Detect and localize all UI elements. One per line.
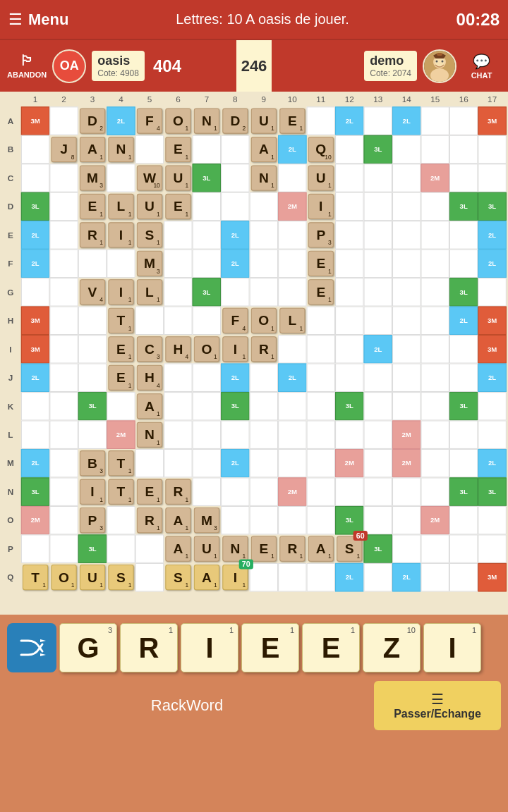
board-cell[interactable] — [449, 563, 478, 591]
board-cell[interactable]: B3 — [78, 449, 107, 477]
board-cell[interactable] — [335, 278, 363, 306]
board-cell[interactable] — [364, 563, 392, 591]
rack-tile[interactable]: 1I — [181, 623, 238, 672]
board-cell[interactable] — [250, 221, 278, 249]
board-cell[interactable]: U1 — [164, 164, 192, 192]
board-cell[interactable] — [335, 335, 363, 363]
rack-tile[interactable]: 1R — [120, 623, 178, 672]
board-cell[interactable] — [335, 250, 363, 278]
board-cell[interactable] — [49, 335, 78, 363]
board-cell[interactable] — [364, 364, 392, 392]
board-cell[interactable] — [449, 164, 478, 192]
board-cell[interactable] — [164, 221, 192, 249]
board-cell[interactable]: O1 — [164, 106, 192, 135]
board-cell[interactable] — [364, 192, 392, 221]
board-cell[interactable]: E1 — [78, 192, 107, 221]
board-cell[interactable] — [49, 364, 78, 392]
board-cell[interactable] — [392, 364, 421, 392]
board-cell[interactable] — [221, 506, 249, 534]
board-cell[interactable] — [49, 392, 78, 420]
board-cell[interactable]: E1 — [107, 364, 135, 392]
board-cell[interactable]: P3 — [78, 506, 107, 534]
board-cell[interactable] — [335, 192, 363, 221]
board-cell[interactable]: T1 — [21, 563, 49, 591]
board-cell[interactable] — [49, 164, 78, 192]
board-cell[interactable] — [307, 477, 335, 505]
board-cell[interactable] — [478, 164, 506, 192]
board-cell[interactable] — [364, 106, 392, 135]
board-cell[interactable]: D2 — [221, 106, 249, 135]
board-cell[interactable] — [49, 307, 78, 335]
board-cell[interactable] — [307, 392, 335, 420]
board-cell[interactable] — [78, 421, 107, 449]
board-cell[interactable] — [193, 307, 221, 335]
board-cell[interactable]: U1 — [307, 164, 335, 192]
board-cell[interactable] — [21, 278, 49, 306]
board-cell[interactable] — [392, 307, 421, 335]
board-cell[interactable] — [478, 421, 506, 449]
board-cell[interactable] — [421, 278, 449, 306]
rack-tile[interactable]: 1E — [241, 623, 299, 672]
board-cell[interactable] — [278, 335, 306, 363]
board-cell[interactable] — [250, 364, 278, 392]
board-cell[interactable] — [364, 250, 392, 278]
board-cell[interactable] — [250, 392, 278, 420]
board-cell[interactable]: T1 — [107, 449, 135, 477]
board-cell[interactable] — [392, 250, 421, 278]
board-cell[interactable] — [364, 221, 392, 249]
board-cell[interactable] — [392, 135, 421, 164]
board-cell[interactable] — [135, 449, 164, 477]
board-cell[interactable] — [278, 250, 306, 278]
board-cell[interactable] — [307, 364, 335, 392]
board-cell[interactable] — [392, 278, 421, 306]
board-cell[interactable] — [221, 477, 249, 505]
board-cell[interactable]: Q10 — [307, 135, 335, 164]
board-cell[interactable] — [78, 335, 107, 363]
board-cell[interactable] — [278, 221, 306, 249]
board-cell[interactable] — [335, 477, 363, 505]
board-cell[interactable] — [392, 506, 421, 534]
board-cell[interactable] — [193, 221, 221, 249]
board-cell[interactable] — [478, 392, 506, 420]
board-cell[interactable] — [193, 392, 221, 420]
board-cell[interactable]: N1 — [250, 164, 278, 192]
board-cell[interactable] — [193, 135, 221, 164]
board-cell[interactable] — [250, 278, 278, 306]
board-cell[interactable] — [278, 278, 306, 306]
board-cell[interactable]: R1 — [135, 506, 164, 534]
board-cell[interactable]: H4 — [164, 335, 192, 363]
board-cell[interactable]: J8 — [49, 135, 78, 164]
board-cell[interactable] — [307, 563, 335, 591]
board-cell[interactable]: E1 — [107, 335, 135, 363]
board-cell[interactable] — [193, 449, 221, 477]
board-cell[interactable] — [164, 421, 192, 449]
board-cell[interactable] — [278, 506, 306, 534]
board-cell[interactable] — [221, 164, 249, 192]
board-cell[interactable] — [49, 192, 78, 221]
board-cell[interactable]: E1 — [164, 135, 192, 164]
board-cell[interactable] — [421, 534, 449, 562]
board-cell[interactable]: E1 — [164, 192, 192, 221]
board-cell[interactable] — [78, 307, 107, 335]
board-cell[interactable] — [449, 449, 478, 477]
board-cell[interactable]: T1 — [107, 307, 135, 335]
board-cell[interactable] — [49, 106, 78, 135]
board-cell[interactable] — [250, 477, 278, 505]
abandon-section[interactable]: 🏳 ABANDON — [7, 53, 47, 79]
board-cell[interactable] — [164, 250, 192, 278]
board-cell[interactable] — [307, 506, 335, 534]
board-cell[interactable] — [421, 250, 449, 278]
board-cell[interactable]: W10 — [135, 164, 164, 192]
board-cell[interactable] — [307, 449, 335, 477]
board-cell[interactable]: E1 — [307, 278, 335, 306]
board-cell[interactable] — [221, 421, 249, 449]
board-cell[interactable]: N1 — [135, 421, 164, 449]
board-cell[interactable]: N1 — [193, 106, 221, 135]
board-cell[interactable] — [478, 534, 506, 562]
passer-echange-button[interactable]: ☰ Passer/Echange — [374, 681, 501, 730]
board-cell[interactable] — [335, 307, 363, 335]
board-cell[interactable]: R1 — [78, 221, 107, 249]
board-cell[interactable] — [49, 421, 78, 449]
board-cell[interactable] — [449, 106, 478, 135]
board-cell[interactable]: I1 — [307, 192, 335, 221]
